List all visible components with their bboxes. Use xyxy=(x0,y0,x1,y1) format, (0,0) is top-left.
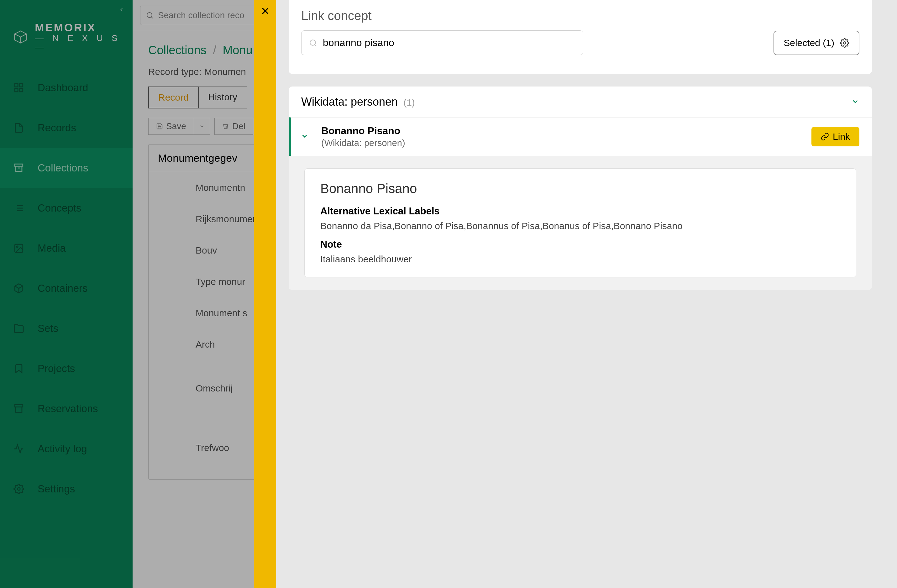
concept-search-input[interactable]: bonanno pisano xyxy=(301,31,583,55)
sidebar-collapse-button[interactable] xyxy=(118,6,126,14)
svg-point-21 xyxy=(310,40,315,45)
svg-rect-4 xyxy=(15,164,23,166)
list-icon xyxy=(12,203,25,213)
close-icon xyxy=(260,5,271,17)
sidebar-item-label: Records xyxy=(38,122,76,134)
box-icon xyxy=(12,283,25,294)
breadcrumb-root[interactable]: Collections xyxy=(148,44,207,57)
detail-note-label: Note xyxy=(320,239,840,250)
result-item-sub: (Wikidata: personen) xyxy=(321,138,405,148)
sidebar-item-records[interactable]: Records xyxy=(0,108,133,148)
activity-icon xyxy=(12,444,25,454)
sidebar-item-collections[interactable]: Collections xyxy=(0,148,133,188)
panel-close-bar xyxy=(254,0,276,588)
breadcrumb-current[interactable]: Monu xyxy=(223,44,253,57)
svg-rect-3 xyxy=(15,88,18,92)
delete-button[interactable]: Del xyxy=(214,118,253,135)
detail-alt-values: Bonanno da Pisa,Bonanno of Pisa,Bonannus… xyxy=(320,220,840,231)
sidebar-item-media[interactable]: Media xyxy=(0,228,133,268)
chevron-down-icon xyxy=(199,124,205,129)
gear-icon xyxy=(12,484,25,494)
sidebar-item-label: Sets xyxy=(38,323,58,334)
svg-rect-0 xyxy=(15,84,18,87)
sidebar-item-label: Collections xyxy=(38,162,88,174)
svg-line-22 xyxy=(315,44,316,46)
close-panel-button[interactable] xyxy=(254,0,276,22)
brand-name: MEMORIX xyxy=(35,22,123,34)
save-dropdown[interactable] xyxy=(194,118,210,135)
breadcrumb-separator: / xyxy=(213,44,216,57)
result-detail: Bonanno Pisano Alternative Lexical Label… xyxy=(289,156,872,290)
sidebar-item-reservations[interactable]: Reservations xyxy=(0,389,133,429)
archive-icon xyxy=(12,163,25,173)
selected-button[interactable]: Selected (1) xyxy=(773,31,859,55)
search-placeholder: Search collection reco xyxy=(158,10,244,20)
gear-icon xyxy=(840,38,850,47)
sidebar-item-concepts[interactable]: Concepts xyxy=(0,188,133,228)
result-source-label: Wikidata: personen xyxy=(301,95,398,108)
link-button[interactable]: Link xyxy=(811,127,859,146)
file-icon xyxy=(12,122,25,133)
link-concept-panel: Link concept bonanno pisano Selected (1)… xyxy=(276,0,897,588)
svg-point-16 xyxy=(18,487,20,490)
result-source-count: (1) xyxy=(403,97,415,107)
tab-history[interactable]: History xyxy=(199,87,247,109)
sidebar: MEMORIX — N E X U S — Dashboard Records … xyxy=(0,0,133,588)
save-icon xyxy=(156,123,163,130)
inbox-icon xyxy=(12,403,25,414)
trash-icon xyxy=(222,123,229,130)
app-logo: MEMORIX — N E X U S — xyxy=(0,0,133,68)
image-icon xyxy=(12,243,25,254)
sidebar-item-dashboard[interactable]: Dashboard xyxy=(0,68,133,108)
svg-point-13 xyxy=(17,246,18,247)
logo-icon xyxy=(12,28,29,46)
detail-note-value: Italiaans beeldhouwer xyxy=(320,254,840,265)
sidebar-item-projects[interactable]: Projects xyxy=(0,349,133,389)
save-button[interactable]: Save xyxy=(148,118,194,135)
sidebar-item-label: Dashboard xyxy=(38,82,88,94)
sidebar-item-label: Projects xyxy=(38,363,75,375)
sidebar-item-label: Containers xyxy=(38,282,88,294)
search-icon xyxy=(309,39,317,47)
sidebar-item-label: Settings xyxy=(38,483,75,495)
result-item-name: Bonanno Pisano xyxy=(321,125,405,137)
result-source-header[interactable]: Wikidata: personen (1) xyxy=(289,87,872,117)
sidebar-item-settings[interactable]: Settings xyxy=(0,469,133,509)
svg-line-18 xyxy=(152,17,153,18)
svg-rect-2 xyxy=(20,88,23,92)
svg-rect-1 xyxy=(20,84,23,87)
svg-point-23 xyxy=(843,42,846,44)
sidebar-item-sets[interactable]: Sets xyxy=(0,308,133,349)
sidebar-item-label: Media xyxy=(38,242,66,254)
bookmark-icon xyxy=(12,363,25,374)
detail-title: Bonanno Pisano xyxy=(320,181,840,196)
sidebar-item-activity-log[interactable]: Activity log xyxy=(0,429,133,469)
folder-icon xyxy=(12,323,25,334)
link-icon xyxy=(821,133,829,141)
search-icon xyxy=(146,12,153,19)
result-item[interactable]: Bonanno Pisano (Wikidata: personen) Link xyxy=(289,117,872,156)
chevron-down-icon xyxy=(851,95,859,109)
brand-sub: — N E X U S — xyxy=(35,34,123,52)
sidebar-item-containers[interactable]: Containers xyxy=(0,268,133,308)
sidebar-item-label: Concepts xyxy=(38,202,81,214)
tab-record[interactable]: Record xyxy=(148,87,199,109)
detail-alt-label: Alternative Lexical Labels xyxy=(320,206,840,217)
sidebar-item-label: Activity log xyxy=(38,443,87,455)
concept-search-value: bonanno pisano xyxy=(323,37,394,49)
panel-title: Link concept xyxy=(301,9,859,23)
dashboard-icon xyxy=(12,83,25,93)
svg-rect-15 xyxy=(15,405,23,407)
sidebar-item-label: Reservations xyxy=(38,403,98,415)
chevron-down-icon xyxy=(300,132,309,141)
svg-point-17 xyxy=(147,12,152,18)
